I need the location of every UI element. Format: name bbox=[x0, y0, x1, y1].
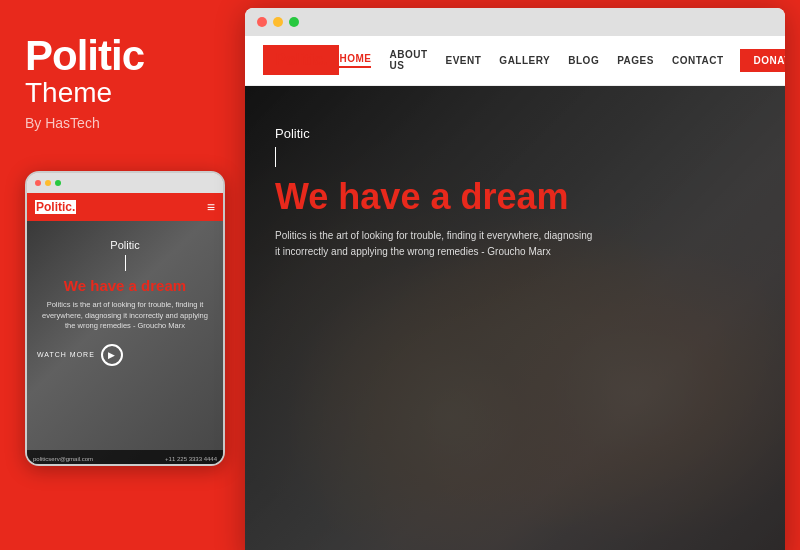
mobile-hero: Politic We have a dream Politics is the … bbox=[27, 221, 223, 466]
left-panel: Politic Theme By HasTech Politic. ≡ Poli… bbox=[0, 0, 245, 550]
nav-item-contact[interactable]: CONTACT bbox=[672, 55, 724, 66]
mobile-hero-title: We have a dream bbox=[37, 277, 213, 294]
desktop-hero-title-plain: We have a bbox=[275, 176, 460, 217]
desktop-hero-label: Politic bbox=[275, 126, 755, 141]
browser-dot-yellow bbox=[273, 17, 283, 27]
mobile-hero-title-plain: We have a bbox=[64, 277, 141, 294]
browser-top-bar bbox=[245, 8, 785, 36]
browser-dot-red bbox=[257, 17, 267, 27]
nav-item-event[interactable]: EVENT bbox=[446, 55, 482, 66]
desktop-hero-description: Politics is the art of looking for troub… bbox=[275, 228, 595, 260]
nav-item-pages[interactable]: PAGES bbox=[617, 55, 654, 66]
desktop-hero-title-accent: dream bbox=[460, 176, 568, 217]
mobile-hero-label: Politic bbox=[37, 239, 213, 251]
mobile-navbar: Politic. ≡ bbox=[27, 193, 223, 221]
mobile-hero-description: Politics is the art of looking for troub… bbox=[37, 300, 213, 332]
nav-item-about[interactable]: ABOUT US bbox=[389, 49, 427, 71]
mobile-dot-green bbox=[55, 180, 61, 186]
mobile-footer-phone: +11 225 3333 4444 bbox=[165, 456, 217, 462]
desktop-hero-divider bbox=[275, 147, 276, 167]
mobile-footer: politicserv@gmail.com +11 225 3333 4444 bbox=[27, 450, 223, 466]
brand-title: Politic bbox=[25, 35, 144, 77]
mobile-hero-content: Politic We have a dream Politics is the … bbox=[27, 239, 223, 366]
browser-dot-green bbox=[289, 17, 299, 27]
brand-by: By HasTech bbox=[25, 115, 100, 131]
donate-button[interactable]: DONATE bbox=[740, 49, 785, 72]
mobile-footer-email: politicserv@gmail.com bbox=[33, 456, 93, 462]
mobile-hero-divider bbox=[125, 255, 126, 271]
brand-subtitle: Theme bbox=[25, 77, 112, 109]
mobile-mockup: Politic. ≡ Politic We have a dream Polit… bbox=[25, 171, 225, 466]
mobile-dot-red bbox=[35, 180, 41, 186]
mobile-logo: Politic. bbox=[35, 200, 76, 214]
nav-item-gallery[interactable]: GALLERY bbox=[499, 55, 550, 66]
desktop-navbar: Politic. HOME ABOUT US EVENT GALLERY BLO… bbox=[245, 36, 785, 86]
desktop-hero-content: Politic We have a dream Politics is the … bbox=[245, 86, 785, 301]
mobile-watch-label: WATCH MORE bbox=[37, 351, 95, 358]
nav-item-blog[interactable]: BLOG bbox=[568, 55, 599, 66]
mobile-dot-yellow bbox=[45, 180, 51, 186]
desktop-hero: Politic We have a dream Politics is the … bbox=[245, 86, 785, 551]
nav-item-home[interactable]: HOME bbox=[339, 53, 371, 68]
mobile-watch-more[interactable]: WATCH MORE ▶ bbox=[37, 344, 213, 366]
desktop-logo: Politic. bbox=[263, 45, 339, 75]
mobile-top-bar bbox=[27, 173, 223, 193]
right-panel: Politic. HOME ABOUT US EVENT GALLERY BLO… bbox=[245, 8, 785, 551]
desktop-nav: HOME ABOUT US EVENT GALLERY BLOG PAGES C… bbox=[339, 49, 723, 71]
mobile-play-button[interactable]: ▶ bbox=[101, 344, 123, 366]
desktop-hero-title: We have a dream bbox=[275, 177, 755, 217]
mobile-hamburger-icon[interactable]: ≡ bbox=[207, 199, 215, 215]
mobile-hero-title-accent: dream bbox=[141, 277, 186, 294]
